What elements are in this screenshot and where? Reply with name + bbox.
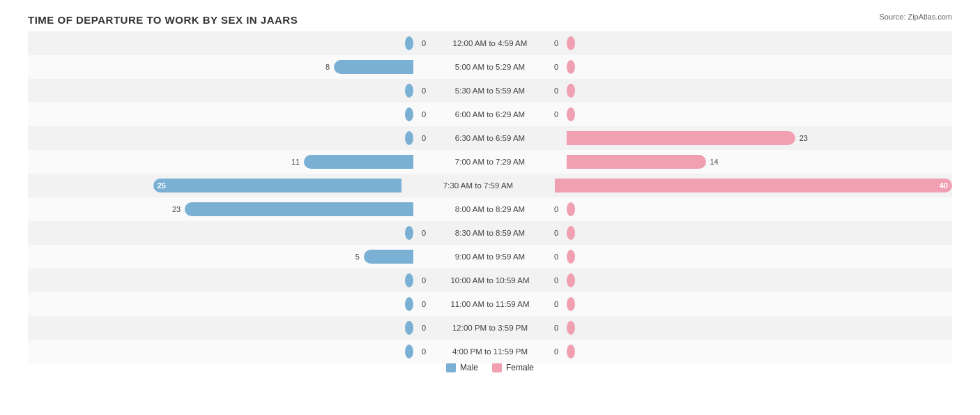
left-side: 23 [28, 197, 413, 221]
female-bar: 0 [567, 345, 575, 359]
female-bar: 0 [567, 36, 575, 50]
right-side: 0 [567, 79, 952, 103]
right-side: 0 [567, 245, 952, 269]
female-value: 23 [797, 134, 808, 142]
right-side: 0 [567, 269, 952, 292]
female-bar: 0 [567, 321, 575, 335]
legend-female: Female [492, 363, 534, 372]
right-side: 0 [567, 292, 952, 316]
right-side: 0 [567, 316, 952, 340]
row-label: 8:30 AM to 8:59 AM [413, 229, 567, 237]
female-bar: 40 [555, 179, 952, 193]
chart-row: 257:30 AM to 7:59 AM40 [28, 174, 952, 197]
right-side: 0 [567, 340, 952, 363]
row-label: 5:00 AM to 5:29 AM [413, 63, 567, 71]
female-bar: 0 [567, 297, 575, 311]
male-value: 8 [326, 63, 332, 71]
female-bar: 23 [567, 131, 795, 145]
legend: Male Female [28, 363, 952, 372]
row-label: 4:00 PM to 11:59 PM [413, 347, 567, 356]
male-bar: 0 [405, 273, 413, 287]
chart-container: TIME OF DEPARTURE TO WORK BY SEX IN JAAR… [0, 0, 980, 415]
male-bar: 0 [405, 131, 413, 145]
left-side: 0 [28, 316, 413, 340]
female-value: 14 [707, 158, 719, 166]
row-label: 12:00 PM to 3:59 PM [413, 324, 567, 332]
chart-row: 012:00 AM to 4:59 AM0 [28, 31, 952, 55]
legend-male-label: Male [460, 363, 478, 372]
left-side: 0 [28, 269, 413, 292]
male-bar: 25 [153, 179, 401, 193]
chart-row: 08:30 AM to 8:59 AM0 [28, 221, 952, 245]
row-label: 6:00 AM to 6:29 AM [413, 110, 567, 119]
right-side: 0 [567, 55, 952, 79]
right-side: 0 [567, 221, 952, 245]
chart-title: TIME OF DEPARTURE TO WORK BY SEX IN JAAR… [28, 14, 952, 26]
right-side: 0 [567, 197, 952, 221]
source-text: Source: ZipAtlas.com [879, 13, 952, 21]
male-value: 25 [158, 181, 166, 190]
chart-row: 238:00 AM to 8:29 AM0 [28, 197, 952, 221]
female-bar: 0 [567, 60, 575, 74]
male-bar: 11 [304, 155, 413, 169]
male-bar: 5 [364, 250, 413, 264]
male-bar: 0 [405, 107, 413, 121]
male-value: 11 [291, 158, 303, 166]
male-bar: 8 [334, 60, 413, 74]
right-side: 14 [567, 150, 952, 174]
chart-row: 117:00 AM to 7:29 AM14 [28, 150, 952, 174]
right-side: 23 [567, 126, 952, 150]
male-bar: 0 [405, 84, 413, 98]
left-side: 0 [28, 79, 413, 103]
legend-female-box [492, 363, 502, 372]
male-bar: 0 [405, 321, 413, 335]
left-side: 0 [28, 292, 413, 316]
row-label: 9:00 AM to 9:59 AM [413, 252, 567, 261]
row-label: 10:00 AM to 10:59 AM [413, 276, 567, 285]
female-value: 40 [940, 181, 948, 190]
male-bar: 23 [185, 202, 413, 216]
chart-row: 06:00 AM to 6:29 AM0 [28, 103, 952, 126]
chart-area: 012:00 AM to 4:59 AM085:00 AM to 5:29 AM… [28, 31, 952, 349]
right-side: 0 [567, 31, 952, 55]
left-side: 5 [28, 245, 413, 269]
female-bar: 0 [567, 226, 575, 240]
row-label: 12:00 AM to 4:59 AM [413, 39, 567, 47]
legend-female-label: Female [506, 363, 534, 372]
male-bar: 0 [405, 36, 413, 50]
row-label: 5:30 AM to 5:59 AM [413, 86, 567, 95]
legend-male-box [446, 363, 456, 372]
legend-male: Male [446, 363, 478, 372]
chart-row: 05:30 AM to 5:59 AM0 [28, 79, 952, 103]
male-value: 23 [172, 205, 183, 213]
chart-row: 010:00 AM to 10:59 AM0 [28, 269, 952, 292]
male-bar: 0 [405, 297, 413, 311]
left-side: 0 [28, 126, 413, 150]
female-bar: 0 [567, 202, 575, 216]
row-label: 7:00 AM to 7:29 AM [413, 158, 567, 166]
female-bar: 0 [567, 107, 575, 121]
chart-row: 59:00 AM to 9:59 AM0 [28, 245, 952, 269]
chart-row: 06:30 AM to 6:59 AM23 [28, 126, 952, 150]
left-side: 0 [28, 31, 413, 55]
left-side: 11 [28, 150, 413, 174]
male-bar: 0 [405, 345, 413, 359]
chart-row: 011:00 AM to 11:59 AM0 [28, 292, 952, 316]
row-label: 8:00 AM to 8:29 AM [413, 205, 567, 213]
left-side: 0 [28, 340, 413, 363]
left-side: 0 [28, 103, 413, 126]
row-label: 6:30 AM to 6:59 AM [413, 134, 567, 142]
right-side: 40 [555, 174, 952, 197]
male-bar: 0 [405, 226, 413, 240]
row-label: 7:30 AM to 7:59 AM [401, 181, 555, 190]
left-side: 8 [28, 55, 413, 79]
chart-row: 012:00 PM to 3:59 PM0 [28, 316, 952, 340]
female-bar: 14 [567, 155, 706, 169]
male-value: 5 [355, 252, 362, 261]
left-side: 25 [28, 174, 401, 197]
chart-row: 85:00 AM to 5:29 AM0 [28, 55, 952, 79]
row-label: 11:00 AM to 11:59 AM [413, 300, 567, 308]
right-side: 0 [567, 103, 952, 126]
female-bar: 0 [567, 84, 575, 98]
chart-row: 04:00 PM to 11:59 PM0 [28, 340, 952, 363]
